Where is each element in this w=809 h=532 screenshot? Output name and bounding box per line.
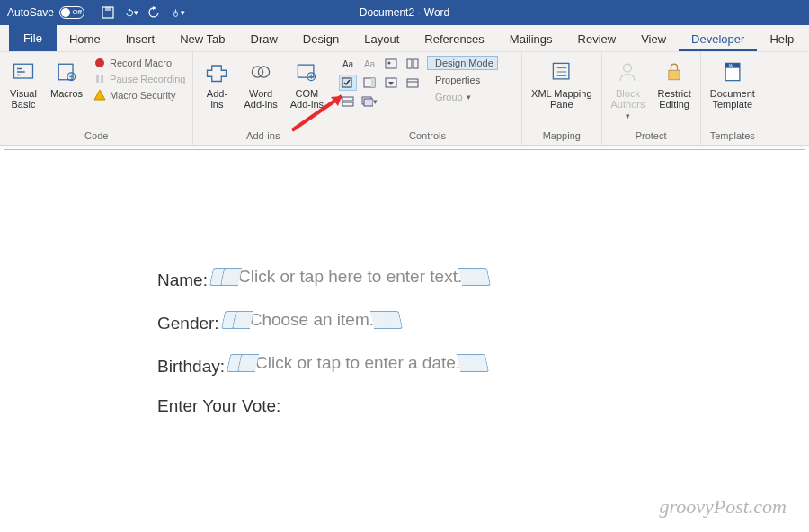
macros-label: Macros <box>50 88 83 99</box>
picture-control-icon[interactable] <box>382 56 400 72</box>
birthday-label: Birthday: <box>157 357 225 377</box>
group-addins: Add- ins Word Add-ins COM Add-ins Add-in… <box>193 52 333 145</box>
macros-button[interactable]: Macros <box>47 56 86 101</box>
com-addins-icon <box>292 58 321 86</box>
block-authors-button[interactable]: Block Authors▾ <box>608 56 649 122</box>
combobox-control-icon[interactable] <box>360 75 378 91</box>
visual-basic-button[interactable]: Visual Basic <box>5 56 41 111</box>
visual-basic-label: Visual Basic <box>10 88 37 110</box>
svg-rect-20 <box>407 79 418 87</box>
svg-rect-3 <box>58 64 73 80</box>
record-icon <box>93 57 106 69</box>
svg-rect-18 <box>371 78 375 87</box>
com-addins-button[interactable]: COM Add-ins <box>287 56 327 111</box>
undo-icon[interactable]: ▾ <box>124 5 138 20</box>
document-page: Name: Click or tap here to enter text. G… <box>4 149 805 528</box>
pause-icon <box>93 73 106 85</box>
autosave-toggle[interactable]: AutoSave Off <box>0 6 92 19</box>
save-icon[interactable] <box>101 5 115 20</box>
xml-mapping-icon <box>547 58 576 86</box>
macros-icon <box>52 58 81 86</box>
tab-new-tab[interactable]: New Tab <box>167 27 237 51</box>
svg-rect-1 <box>105 7 111 11</box>
restrict-editing-icon <box>660 58 689 86</box>
svg-rect-23 <box>342 102 353 106</box>
svg-rect-6 <box>96 75 99 83</box>
cc-right-handle-icon <box>387 311 403 329</box>
svg-rect-7 <box>101 75 103 83</box>
svg-text:W: W <box>728 63 733 68</box>
building-block-control-icon[interactable] <box>404 56 422 72</box>
tab-references[interactable]: References <box>412 27 496 51</box>
svg-rect-30 <box>553 63 569 79</box>
tab-review[interactable]: Review <box>565 27 629 51</box>
ribbon: Visual Basic Macros Record Macro Pause R… <box>0 52 809 146</box>
design-mode-button[interactable]: Design Mode <box>427 56 498 70</box>
dropdown-control-icon[interactable] <box>382 75 400 91</box>
addins-icon <box>202 58 231 86</box>
cc-right-handle-icon <box>475 268 491 286</box>
group-label-controls: Controls <box>339 129 516 143</box>
svg-rect-22 <box>342 97 353 101</box>
legacy-tools-icon[interactable]: ▾ <box>360 93 378 110</box>
controls-gallery: Aa Aa ▾ <box>339 56 422 110</box>
group-templates: W Document Template Templates <box>701 52 764 145</box>
document-template-icon: W <box>718 58 747 86</box>
svg-rect-2 <box>14 64 33 78</box>
redo-icon[interactable] <box>147 5 162 20</box>
tab-help[interactable]: Help <box>757 27 806 51</box>
name-content-control[interactable]: Click or tap here to enter text. <box>211 267 489 287</box>
touch-mode-icon[interactable]: ▾ <box>171 5 185 20</box>
tab-home[interactable]: Home <box>57 27 113 51</box>
group-protect: Block Authors▾ Restrict Editing Protect <box>602 52 701 145</box>
restrict-editing-button[interactable]: Restrict Editing <box>653 56 694 111</box>
svg-point-8 <box>252 66 262 77</box>
macro-security-button[interactable]: Macro Security <box>92 88 187 102</box>
date-picker-control-icon[interactable] <box>404 75 422 91</box>
svg-rect-15 <box>413 59 418 68</box>
autosave-label: AutoSave <box>7 6 54 19</box>
svg-point-31 <box>624 64 632 72</box>
group-label-protect: Protect <box>608 129 695 143</box>
birthday-placeholder: Click or tap to enter a date. <box>255 353 460 373</box>
watermark: groovyPost.com <box>659 495 787 519</box>
quick-access-toolbar: ▾ ▾ <box>92 5 194 20</box>
tab-draw[interactable]: Draw <box>238 27 290 51</box>
rich-text-control-icon[interactable]: Aa <box>339 56 357 72</box>
group-label-code: Code <box>5 129 187 143</box>
tab-mailings[interactable]: Mailings <box>497 27 565 51</box>
plain-text-control-icon[interactable]: Aa <box>360 56 378 72</box>
name-placeholder: Click or tap here to enter text. <box>238 267 462 287</box>
form-row-name: Name: Click or tap here to enter text. <box>157 267 805 290</box>
properties-button[interactable]: Properties <box>427 73 498 87</box>
record-macro-button[interactable]: Record Macro <box>92 56 187 70</box>
toggle-switch-icon[interactable]: Off <box>59 6 84 19</box>
addins-button[interactable]: Add- ins <box>199 56 235 111</box>
gender-label: Gender: <box>157 314 219 333</box>
tab-developer[interactable]: Developer <box>679 27 757 51</box>
title-bar: AutoSave Off ▾ ▾ Document2 - Word <box>0 0 809 25</box>
repeating-section-control-icon[interactable] <box>339 93 357 110</box>
group-code: Visual Basic Macros Record Macro Pause R… <box>0 52 193 145</box>
group-label-addins: Add-ins <box>199 129 327 143</box>
group-label-templates: Templates <box>707 129 759 143</box>
xml-mapping-button[interactable]: XML Mapping Pane <box>528 56 595 111</box>
group-button[interactable]: Group▾ <box>427 90 498 104</box>
word-addins-button[interactable]: Word Add-ins <box>240 56 280 111</box>
gender-content-control[interactable]: Choose an item. <box>223 310 401 330</box>
gender-placeholder: Choose an item. <box>250 310 374 330</box>
document-template-button[interactable]: W Document Template <box>707 56 759 111</box>
tab-insert[interactable]: Insert <box>113 27 168 51</box>
tab-layout[interactable]: Layout <box>351 27 412 51</box>
pause-recording-button: Pause Recording <box>92 72 187 86</box>
warning-icon <box>93 89 106 102</box>
tab-design[interactable]: Design <box>290 27 351 51</box>
checkbox-control-icon[interactable] <box>339 75 357 91</box>
tab-file[interactable]: File <box>9 25 57 51</box>
svg-rect-12 <box>386 59 396 68</box>
birthday-content-control[interactable]: Click or tap to enter a date. <box>228 353 487 373</box>
tab-view[interactable]: View <box>628 27 679 51</box>
svg-point-13 <box>388 62 391 65</box>
document-title: Document2 - Word <box>360 6 449 19</box>
ribbon-tabs: File Home Insert New Tab Draw Design Lay… <box>0 25 809 52</box>
